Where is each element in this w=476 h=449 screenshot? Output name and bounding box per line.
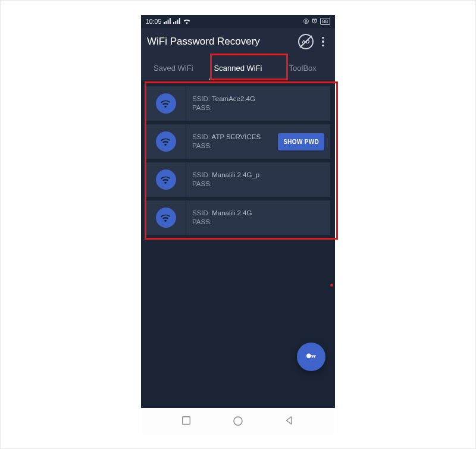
wifi-icon	[146, 124, 186, 159]
network-row[interactable]: SSID: Manalili 2.4G_p PASS:	[146, 162, 330, 197]
tab-label: Scanned WiFi	[214, 64, 262, 73]
alarm-icon	[311, 18, 318, 26]
signal-icon	[173, 18, 180, 25]
tab-saved-wifi[interactable]: Saved WiFi	[141, 55, 206, 80]
network-row[interactable]: SSID: Manalili 2.4G PASS:	[146, 200, 330, 235]
app-bar: WiFi Password Recovery AD	[141, 28, 335, 55]
wifi-icon	[146, 86, 186, 121]
wifi-status-icon	[183, 18, 191, 26]
pass-label: PASS:	[192, 180, 212, 187]
network-row[interactable]: SSID: TeamAce2.4G PASS:	[146, 86, 330, 121]
ssid-value: TeamAce2.4G	[212, 95, 255, 102]
network-list: SSID: TeamAce2.4G PASS: SSID: ATP SERVIC…	[141, 80, 335, 408]
ssid-label: SSID:	[192, 171, 210, 178]
pass-label: PASS:	[192, 218, 212, 225]
pass-label: PASS:	[192, 142, 212, 149]
svg-rect-0	[182, 417, 190, 425]
status-bar: 10:05 ⓐ 88	[141, 15, 335, 28]
ssid-label: SSID:	[192, 133, 210, 140]
unlock-fab[interactable]	[297, 343, 325, 371]
lock-icon: ⓐ	[303, 18, 309, 26]
network-row[interactable]: SSID: ATP SERVICES PASS: SHOW PWD	[146, 124, 330, 159]
ssid-value: Manalili 2.4G_p	[212, 171, 259, 178]
android-nav-bar	[141, 408, 335, 434]
app-title: WiFi Password Recovery	[147, 36, 298, 48]
screenshot-frame: 10:05 ⓐ 88 WiFi Password	[0, 0, 476, 449]
show-password-button[interactable]: SHOW PWD	[278, 133, 324, 150]
svg-point-1	[234, 417, 242, 425]
phone-screen: 10:05 ⓐ 88 WiFi Password	[141, 15, 335, 434]
home-button[interactable]	[232, 415, 244, 427]
ssid-value: Manalili 2.4G	[212, 209, 252, 216]
ssid-label: SSID:	[192, 209, 210, 216]
tab-label: Saved WiFi	[154, 64, 193, 73]
no-ads-icon[interactable]: AD	[298, 34, 314, 49]
annotation-dot	[330, 284, 333, 287]
recent-apps-button[interactable]	[181, 415, 193, 427]
ssid-value: ATP SERVICES	[212, 133, 261, 140]
tab-scanned-wifi[interactable]: Scanned WiFi	[206, 55, 271, 80]
wifi-icon	[146, 162, 186, 197]
ssid-label: SSID:	[192, 95, 210, 102]
tab-toolbox[interactable]: ToolBox	[270, 55, 335, 80]
overflow-menu-button[interactable]	[317, 34, 329, 49]
signal-icon	[164, 18, 171, 25]
pass-label: PASS:	[192, 104, 212, 111]
battery-indicator: 88	[320, 18, 330, 25]
back-button[interactable]	[284, 415, 296, 427]
status-time: 10:05	[146, 18, 161, 25]
wifi-icon	[146, 200, 186, 235]
tab-label: ToolBox	[289, 64, 317, 73]
key-icon	[305, 350, 318, 363]
tab-bar: Saved WiFi Scanned WiFi ToolBox	[141, 55, 335, 80]
